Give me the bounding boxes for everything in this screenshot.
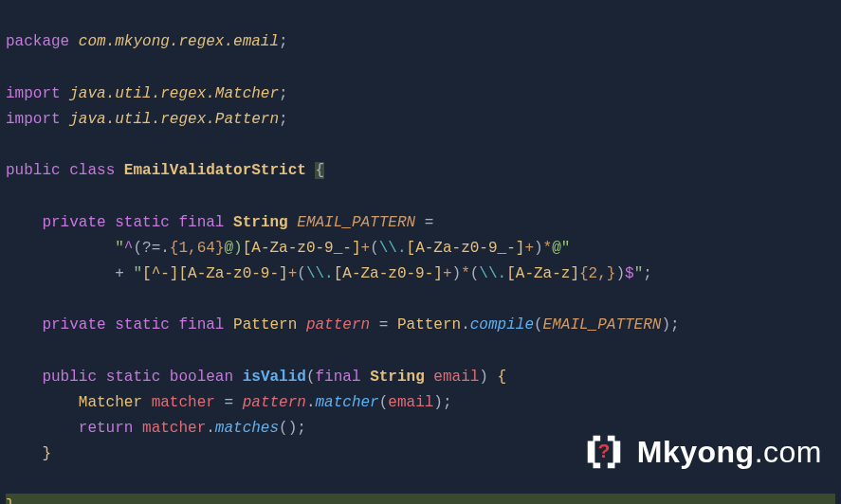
line-17: } xyxy=(6,445,51,462)
line-3: import java.util.regex.Matcher; xyxy=(6,85,288,102)
line-6: public class EmailValidatorStrict { xyxy=(6,162,324,179)
method-isvalid: isValid xyxy=(243,369,306,386)
class-name: EmailValidatorStrict xyxy=(124,162,306,179)
line-15: Matcher matcher = pattern.matcher(email)… xyxy=(6,394,452,411)
line-19: } xyxy=(6,494,835,504)
keyword-import: import xyxy=(6,85,61,102)
import-path-1: java.util.regex.Matcher xyxy=(69,85,279,102)
watermark: ? Mkyong.com xyxy=(582,426,822,477)
line-9: "^(?=.{1,64}@)[A-Za-z0-9_-]+(\\.[A-Za-z0… xyxy=(6,240,570,257)
line-10: + "[^-][A-Za-z0-9-]+(\\.[A-Za-z0-9-]+)*(… xyxy=(6,265,652,282)
line-16: return matcher.matches(); xyxy=(6,420,306,437)
line-12: private static final Pattern pattern = P… xyxy=(6,316,680,333)
watermark-text: Mkyong.com xyxy=(637,426,822,477)
line-1: package com.mkyong.regex.email; xyxy=(6,33,288,50)
line-8: private static final String EMAIL_PATTER… xyxy=(6,214,443,231)
field-pattern: pattern xyxy=(306,316,370,333)
line-4: import java.util.regex.Pattern; xyxy=(6,111,288,128)
line-14: public static boolean isValid(final Stri… xyxy=(6,369,506,386)
svg-text:?: ? xyxy=(597,440,610,461)
package-path: com.mkyong.regex.email xyxy=(79,33,279,50)
keyword-package: package xyxy=(6,33,69,50)
import-path-2: java.util.regex.Pattern xyxy=(69,111,279,128)
constant-email-pattern: EMAIL_PATTERN xyxy=(297,214,415,231)
mkyong-logo-icon: ? xyxy=(582,430,626,474)
keyword-import: import xyxy=(6,111,61,128)
brace-open-hl: { xyxy=(315,162,324,179)
